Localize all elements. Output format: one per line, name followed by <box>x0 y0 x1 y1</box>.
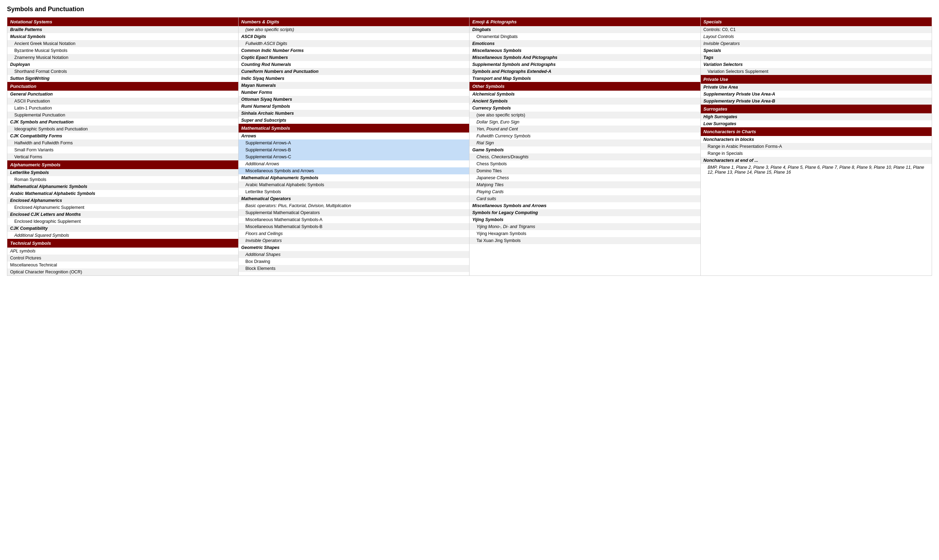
list-item: Mahjong Tiles <box>469 181 700 188</box>
list-item: Noncharacters in Charts <box>701 127 932 136</box>
list-item: Mathematical Alphanumeric Symbols <box>7 183 238 190</box>
list-item: Domino Tiles <box>469 168 700 174</box>
list-item: Arabic Mathematical Alphabetic Symbols <box>7 190 238 197</box>
list-item: Punctuation <box>7 82 238 91</box>
list-item: Vertical Forms <box>7 154 238 160</box>
list-item: Alchemical Symbols <box>469 91 700 98</box>
list-item: Control Pictures <box>7 255 238 262</box>
list-item: Additional Arrows <box>239 160 469 168</box>
list-item: Rumi Numeral Symbols <box>239 103 469 110</box>
list-item: Layout Controls <box>701 33 932 40</box>
list-item: Floors and Ceilings <box>239 230 469 237</box>
list-item: Fullwidth ASCII Digits <box>239 40 469 47</box>
list-item: Symbols and Pictographs Extended-A <box>469 68 700 75</box>
list-item: Card suits <box>469 195 700 202</box>
list-item: Playing Cards <box>469 188 700 195</box>
list-item: Enclosed Ideographic Supplement <box>7 218 238 225</box>
list-item: Dollar Sign, Euro Sign <box>469 118 700 126</box>
list-item: Variation Selectors <box>701 61 932 68</box>
list-item: Japanese Chess <box>469 174 700 181</box>
list-item: CJK Compatibility <box>7 225 238 232</box>
list-item: Transport and Map Symbols <box>469 75 700 82</box>
list-item: Private Use Area <box>701 84 932 91</box>
list-item: Sinhala Archaic Numbers <box>239 110 469 117</box>
list-item: Common Indic Number Forms <box>239 47 469 54</box>
list-item: CJK Symbols and Punctuation <box>7 118 238 126</box>
list-item: Surrogates <box>701 105 932 113</box>
list-item: Other Symbols <box>469 82 700 91</box>
list-item: Arrows <box>239 132 469 140</box>
list-item: Tags <box>701 54 932 61</box>
list-item: Miscellaneous Mathematical Symbols-A <box>239 216 469 223</box>
list-item: Letterlike Symbols <box>239 188 469 195</box>
list-item: Coptic Epact Numbers <box>239 54 469 61</box>
list-item: (see also specific scripts) <box>239 26 469 33</box>
list-item: Super and Subscripts <box>239 117 469 124</box>
list-item: Supplementary Private Use Area-B <box>701 98 932 105</box>
list-item: Byzantine Musical Symbols <box>7 47 238 54</box>
list-item: Enclosed Alphanumeric Supplement <box>7 204 238 211</box>
list-item: Mathematical Symbols <box>239 124 469 132</box>
list-item: Mathematical Operators <box>239 195 469 202</box>
list-item: ASCII Digits <box>239 33 469 40</box>
list-item: Symbols for Legacy Computing <box>469 209 700 216</box>
list-item: Additional Squared Symbols <box>7 232 238 239</box>
list-item: Supplemental Arrows-B <box>239 146 469 154</box>
list-item: Currency Symbols <box>469 105 700 112</box>
list-item: Enclosed CJK Letters and Months <box>7 211 238 218</box>
list-item: Rial Sign <box>469 140 700 146</box>
list-item: Ottoman Siyaq Numbers <box>239 96 469 103</box>
list-item: Indic Siyaq Numbers <box>239 75 469 82</box>
list-item: Supplemental Arrows-C <box>239 154 469 160</box>
list-item: Halfwidth and Fullwidth Forms <box>7 140 238 146</box>
list-item: Fullwidth Currency Symbols <box>469 132 700 140</box>
column-0: Notational SystemsBraille PatternsMusica… <box>7 17 239 275</box>
list-item: Supplemental Symbols and Pictographs <box>469 61 700 68</box>
list-item: Private Use <box>701 75 932 84</box>
list-item: Miscellaneous Symbols And Pictographs <box>469 54 700 61</box>
list-item: Small Form Variants <box>7 146 238 154</box>
list-item: Box Drawing <box>239 258 469 265</box>
list-item: Letterlike Symbols <box>7 169 238 176</box>
list-item: Tai Xuan Jing Symbols <box>469 237 700 244</box>
list-item: Counting Rod Numerals <box>239 61 469 68</box>
list-item: Yijing Hexagram Symbols <box>469 230 700 237</box>
main-grid: Notational SystemsBraille PatternsMusica… <box>7 17 932 276</box>
list-item: BMP, Plane 1, Plane 2, Plane 3, Plane 4,… <box>701 164 932 176</box>
list-item: Supplemental Arrows-A <box>239 140 469 146</box>
list-item: Yen, Pound and Cent <box>469 126 700 132</box>
list-item: Range in Arabic Presentation Forms-A <box>701 143 932 150</box>
list-item: Supplementary Private Use Area-A <box>701 91 932 98</box>
list-item: Geometric Shapes <box>239 244 469 251</box>
list-item: High Surrogates <box>701 113 932 120</box>
list-item: Braille Patterns <box>7 26 238 33</box>
list-item: Roman Symbols <box>7 176 238 183</box>
list-item: Miscellaneous Mathematical Symbols-B <box>239 223 469 230</box>
list-item: Controls: C0, C1 <box>701 26 932 33</box>
list-item: Ideographic Symbols and Punctuation <box>7 126 238 132</box>
list-item: Miscellaneous Symbols and Arrows <box>239 168 469 174</box>
col-header-2: Emoji & Pictographs <box>469 17 700 26</box>
list-item: Duployan <box>7 61 238 68</box>
list-item: ASCII Punctuation <box>7 98 238 105</box>
list-item: Chess, Checkers/Draughts <box>469 154 700 160</box>
list-item: Miscellaneous Symbols <box>469 47 700 54</box>
list-item: Latin-1 Punctuation <box>7 105 238 112</box>
list-item: Musical Symbols <box>7 33 238 40</box>
column-2: Emoji & PictographsDingbatsOrnamental Di… <box>469 17 701 275</box>
list-item: Invisible Operators <box>701 40 932 47</box>
list-item: Number Forms <box>239 89 469 96</box>
list-item: Specials <box>701 47 932 54</box>
list-item: Supplemental Punctuation <box>7 112 238 118</box>
list-item: Mayan Numerals <box>239 82 469 89</box>
list-item: Alphanumeric Symbols <box>7 160 238 169</box>
col-header-0: Notational Systems <box>7 17 238 26</box>
list-item: (see also specific scripts) <box>469 112 700 118</box>
list-item: Low Surrogates <box>701 120 932 127</box>
list-item: Noncharacters at end of ... <box>701 157 932 164</box>
list-item: Block Elements <box>239 265 469 272</box>
page-title: Symbols and Punctuation <box>7 6 932 13</box>
list-item: Chess Symbols <box>469 160 700 168</box>
list-item: General Punctuation <box>7 91 238 98</box>
list-item: APL symbols <box>7 248 238 255</box>
